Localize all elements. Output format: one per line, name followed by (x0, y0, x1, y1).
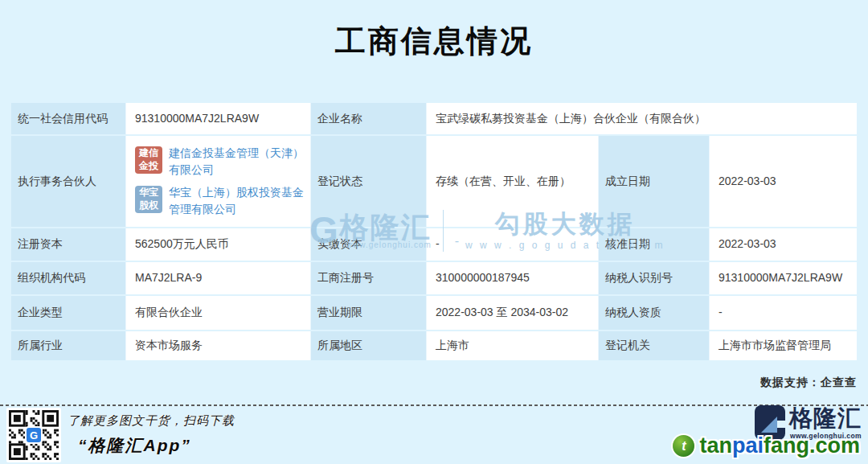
table-row: 所属行业 资本市场服务 所属地区 上海市 登记机关 上海市市场监督管理局 (11, 331, 857, 360)
value-establish-date: 2022-03-03 (709, 136, 857, 227)
tanpaifang-site-text: tanpaifang.com (699, 433, 860, 458)
partner-link-huabao[interactable]: 华宝（上海）股权投资基金管理有限公司 (169, 184, 307, 218)
label-industry: 所属行业 (11, 331, 125, 360)
value-registered-capital: 562500万元人民币 (125, 228, 310, 261)
app-download-qr-code: G (6, 408, 61, 462)
badge-text: 股权 (139, 199, 158, 212)
partner-row: 华宝 股权 华宝（上海）股权投资基金管理有限公司 (135, 184, 307, 218)
label-approval-date: 核准日期 (598, 228, 709, 261)
gelonghui-logo-text: 格隆汇 (789, 405, 862, 432)
label-org-code: 组织机构代码 (11, 262, 125, 294)
table-row: 执行事务合伙人 建信 金投 建信金投基金管理（天津）有限公司 华宝 股权 华宝（… (11, 136, 857, 227)
infographic-card: 工商信息情况 统一社会信用代码 91310000MA7J2LRA9W 企业名称 … (0, 0, 868, 464)
gelonghui-arrow-icon (761, 417, 777, 433)
badge-text: 建信 (139, 147, 158, 160)
value-company-name: 宝武绿碳私募投资基金（上海）合伙企业（有限合伙） (426, 103, 857, 134)
label-registration-status: 登记状态 (310, 136, 426, 227)
value-approval-date: 2022-03-03 (709, 228, 857, 261)
badge-text: 金投 (139, 160, 158, 173)
qr-center-g-logo-icon: G (25, 426, 43, 444)
label-business-term: 营业期限 (310, 296, 426, 330)
value-industry: 资本市场服务 (125, 331, 310, 360)
value-paidin-capital: - (426, 228, 598, 261)
value-org-code: MA7J2LRA-9 (125, 262, 310, 294)
label-registered-capital: 注册资本 (11, 228, 125, 261)
value-registration-status: 存续（在营、开业、在册） (426, 136, 598, 227)
tanpaifang-badge: t tanpaifang.com (673, 433, 860, 458)
label-taxpayer-qualification: 纳税人资质 (598, 296, 709, 330)
data-source-credit: 数据支持：企查查 (760, 376, 857, 390)
table-row: 注册资本 562500万元人民币 实缴资本 - 核准日期 2022-03-03 (11, 228, 857, 261)
label-region: 所属地区 (310, 331, 426, 360)
value-region: 上海市 (426, 331, 598, 360)
tanpaifang-globe-icon: t (673, 435, 694, 457)
table-row: 统一社会信用代码 91310000MA7J2LRA9W 企业名称 宝武绿碳私募投… (11, 103, 857, 134)
executive-partners-cell: 建信 金投 建信金投基金管理（天津）有限公司 华宝 股权 华宝（上海）股权投资基… (125, 136, 310, 227)
value-taxpayer-qualification: - (709, 296, 857, 330)
label-credit-code: 统一社会信用代码 (11, 103, 125, 134)
table-row: 企业类型 有限合伙企业 营业期限 2022-03-03 至 2034-03-02… (11, 296, 857, 330)
label-establish-date: 成立日期 (598, 136, 709, 227)
value-company-type: 有限合伙企业 (125, 296, 310, 330)
page-title: 工商信息情况 (0, 21, 868, 62)
table-row: 组织机构代码 MA7J2LRA-9 工商注册号 310000000187945 … (11, 262, 857, 294)
label-business-reg-no: 工商注册号 (310, 262, 426, 294)
partner-row: 建信 金投 建信金投基金管理（天津）有限公司 (135, 145, 307, 179)
label-company-type: 企业类型 (11, 296, 125, 330)
dashed-divider (0, 404, 868, 406)
label-company-name: 企业名称 (310, 103, 426, 134)
value-registration-authority: 上海市市场监督管理局 (709, 331, 857, 360)
partner-link-jianxin[interactable]: 建信金投基金管理（天津）有限公司 (169, 145, 307, 179)
business-info-table: 统一社会信用代码 91310000MA7J2LRA9W 企业名称 宝武绿碳私募投… (11, 103, 857, 362)
label-taxpayer-id: 纳税人识别号 (598, 262, 709, 294)
badge-text: 华宝 (139, 187, 158, 199)
value-business-reg-no: 310000000187945 (426, 262, 598, 294)
label-executive-partner: 执行事务合伙人 (11, 136, 125, 227)
value-credit-code: 91310000MA7J2LRA9W (125, 103, 310, 134)
partner-badge-jianxin: 建信 金投 (135, 146, 162, 174)
label-paidin-capital: 实缴资本 (310, 228, 426, 261)
partner-badge-huabao: 华宝 股权 (135, 186, 162, 213)
value-business-term: 2022-03-03 至 2034-03-02 (426, 296, 598, 330)
qr-caption-line1: 了解更多图文干货，扫码下载 (68, 413, 235, 429)
value-taxpayer-id: 91310000MA7J2LRA9W (709, 262, 857, 294)
qr-caption-app-name: “格隆汇App” (78, 434, 191, 457)
label-registration-authority: 登记机关 (598, 331, 709, 360)
